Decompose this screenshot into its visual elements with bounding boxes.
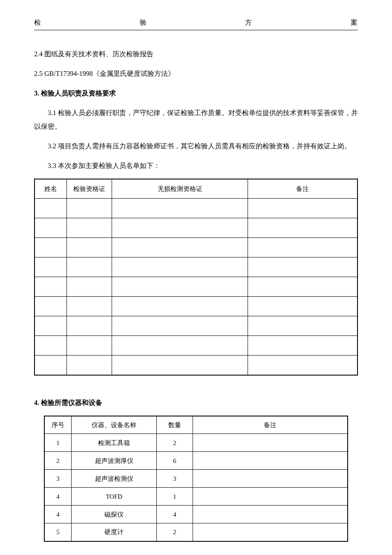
table-row bbox=[35, 238, 357, 257]
cell-no: 4 bbox=[44, 488, 72, 506]
table-row bbox=[35, 218, 357, 238]
cell-qty: 2 bbox=[156, 434, 193, 452]
cell-qty: 4 bbox=[156, 506, 193, 523]
cell-ndt bbox=[112, 277, 248, 297]
paragraph-3-3: 3.3 本次参加主要检验人员名单如下： bbox=[34, 159, 358, 173]
header-char-4: 案 bbox=[351, 17, 358, 28]
cell-name: 超声波测厚仪 bbox=[72, 452, 156, 470]
cell-cert bbox=[67, 297, 112, 316]
table-row bbox=[35, 199, 357, 218]
equipment-table: 序号 仪器、设备名称 数量 备注 1检测工具箱22超声波测厚仪63超声波检测仪3… bbox=[44, 416, 348, 542]
item-2-4: 2.4 图纸及有关技术资料、历次检验报告 bbox=[34, 47, 358, 61]
cell-ndt bbox=[112, 336, 248, 356]
cell-cert bbox=[67, 316, 112, 336]
cell-cert bbox=[67, 257, 112, 277]
cell-name: 硬度计 bbox=[72, 523, 156, 541]
cell-remark bbox=[248, 218, 357, 238]
table-row bbox=[35, 297, 357, 316]
personnel-tbody bbox=[35, 199, 357, 375]
table-header-row: 序号 仪器、设备名称 数量 备注 bbox=[44, 416, 348, 434]
cell-name bbox=[35, 238, 67, 257]
cell-remark bbox=[248, 257, 357, 277]
cell-remark bbox=[248, 316, 357, 336]
cell-no: 3 bbox=[44, 470, 72, 488]
cell-qty: 2 bbox=[156, 523, 193, 541]
section-4-title: 4. 检验所需仪器和设备 bbox=[34, 396, 358, 410]
cell-cert bbox=[67, 218, 112, 238]
cell-ndt bbox=[112, 218, 248, 238]
cell-name bbox=[35, 356, 67, 375]
col-header-qty: 数量 bbox=[156, 416, 193, 434]
document-header: 检 验 方 案 bbox=[34, 17, 358, 30]
cell-remark bbox=[248, 238, 357, 257]
table-row: 4TOFD1 bbox=[44, 488, 348, 506]
col-header-equipment-remark: 备注 bbox=[193, 416, 348, 434]
cell-remark bbox=[193, 523, 348, 541]
cell-remark bbox=[248, 356, 357, 375]
table-row bbox=[35, 277, 357, 297]
cell-ndt bbox=[112, 257, 248, 277]
header-char-1: 检 bbox=[34, 17, 41, 28]
table-header-row: 姓名 检验资格证 无损检测资格证 备注 bbox=[35, 179, 357, 199]
table-row: 1检测工具箱2 bbox=[44, 434, 348, 452]
cell-name: TOFD bbox=[72, 488, 156, 506]
cell-remark bbox=[193, 470, 348, 488]
cell-ndt bbox=[112, 356, 248, 375]
cell-cert bbox=[67, 356, 112, 375]
cell-cert bbox=[67, 336, 112, 356]
cell-remark bbox=[248, 297, 357, 316]
cell-remark bbox=[193, 506, 348, 523]
cell-remark bbox=[193, 488, 348, 506]
cell-ndt bbox=[112, 297, 248, 316]
personnel-table: 姓名 检验资格证 无损检测资格证 备注 bbox=[34, 179, 358, 376]
cell-no: 2 bbox=[44, 452, 72, 470]
equipment-tbody: 1检测工具箱22超声波测厚仪63超声波检测仪34TOFD14磁探仪45硬度计2 bbox=[44, 434, 348, 541]
cell-cert bbox=[67, 277, 112, 297]
col-header-cert: 检验资格证 bbox=[67, 179, 112, 199]
col-header-no: 序号 bbox=[44, 416, 72, 434]
cell-name bbox=[35, 199, 67, 218]
cell-name bbox=[35, 277, 67, 297]
cell-cert bbox=[67, 238, 112, 257]
cell-remark bbox=[248, 199, 357, 218]
item-2-5: 2.5 GB/T17394-1998《金属里氏硬度试验方法》 bbox=[34, 67, 358, 81]
header-char-2: 验 bbox=[140, 17, 147, 28]
table-row bbox=[35, 356, 357, 375]
paragraph-3-2: 3.2 项目负责人需持有压力容器检验师证书，其它检验人员需具有相应的检验资格，并… bbox=[34, 139, 358, 153]
col-header-equipment-name: 仪器、设备名称 bbox=[72, 416, 156, 434]
section-3-title: 3. 检验人员职责及资格要求 bbox=[34, 87, 358, 100]
table-row bbox=[35, 316, 357, 336]
cell-ndt bbox=[112, 316, 248, 336]
table-row: 2超声波测厚仪6 bbox=[44, 452, 348, 470]
cell-remark bbox=[193, 452, 348, 470]
cell-name bbox=[35, 218, 67, 238]
cell-no: 4 bbox=[44, 506, 72, 523]
table-row bbox=[35, 336, 357, 356]
cell-remark bbox=[248, 336, 357, 356]
cell-no: 5 bbox=[44, 523, 72, 541]
col-header-name: 姓名 bbox=[35, 179, 67, 199]
table-row bbox=[35, 257, 357, 277]
table-row: 4磁探仪4 bbox=[44, 506, 348, 523]
cell-no: 1 bbox=[44, 434, 72, 452]
table-row: 5硬度计2 bbox=[44, 523, 348, 541]
cell-name bbox=[35, 257, 67, 277]
cell-ndt bbox=[112, 199, 248, 218]
cell-qty: 6 bbox=[156, 452, 193, 470]
col-header-ndt: 无损检测资格证 bbox=[112, 179, 248, 199]
col-header-remark: 备注 bbox=[248, 179, 357, 199]
cell-cert bbox=[67, 199, 112, 218]
cell-name bbox=[35, 297, 67, 316]
cell-ndt bbox=[112, 238, 248, 257]
cell-name: 检测工具箱 bbox=[72, 434, 156, 452]
cell-qty: 3 bbox=[156, 470, 193, 488]
cell-remark bbox=[248, 277, 357, 297]
table-row: 3超声波检测仪3 bbox=[44, 470, 348, 488]
cell-name: 磁探仪 bbox=[72, 506, 156, 523]
cell-remark bbox=[193, 434, 348, 452]
cell-name bbox=[35, 336, 67, 356]
cell-name bbox=[35, 316, 67, 336]
cell-name: 超声波检测仪 bbox=[72, 470, 156, 488]
paragraph-3-1: 3.1 检验人员必须履行职责，严守纪律，保证检验工作质量。对受检单位提供的技术资… bbox=[34, 106, 358, 133]
cell-qty: 1 bbox=[156, 488, 193, 506]
